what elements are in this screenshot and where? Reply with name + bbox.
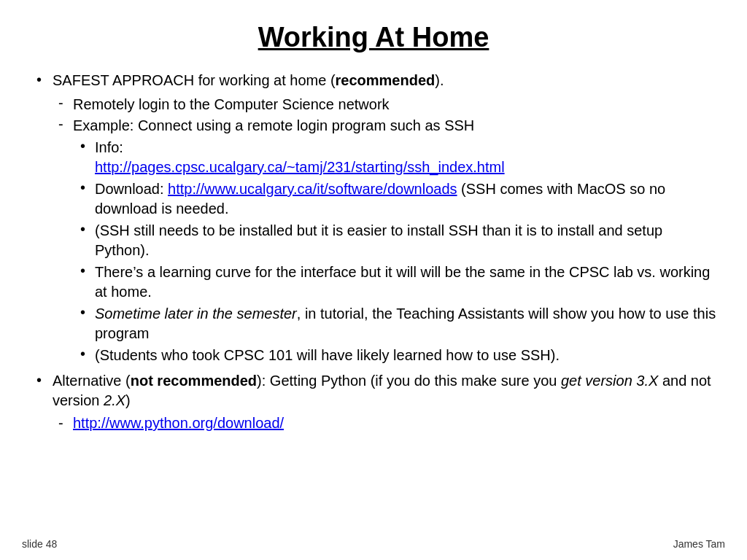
slide-footer-right: James Tam <box>673 538 725 550</box>
bullet-2-text: Alternative (not recommended): Getting P… <box>53 371 718 411</box>
sub-sub-item-2: • Download: http://www.ucalgary.ca/it/so… <box>36 179 718 219</box>
sub-sub-dot-6: • <box>80 346 95 362</box>
sub-dash-1: - <box>58 95 73 112</box>
slide-footer-left: slide 48 <box>22 538 57 550</box>
python-dash: - <box>58 415 73 432</box>
sub-item-2: - Example: Connect using a remote login … <box>36 116 718 136</box>
alt-end: ) <box>125 392 131 408</box>
sub-item-1: - Remotely login to the Computer Science… <box>36 95 718 114</box>
bullet-1-intro: SAFEST APPROACH for working at home ( <box>53 72 336 88</box>
bullet-1-intro-end: ). <box>435 72 444 88</box>
alt-mid: ): Getting Python (if you do this make s… <box>257 373 561 389</box>
content-area: • SAFEST APPROACH for working at home (r… <box>29 71 718 432</box>
ssh-info-link[interactable]: http://pages.cpsc.ucalgary.ca/~tamj/231/… <box>95 159 505 175</box>
not-recommended: not recommended <box>131 373 257 389</box>
slide-title: Working At Home <box>29 22 718 53</box>
bullet-1: • SAFEST APPROACH for working at home (r… <box>36 71 718 90</box>
sub-sub-dot-4: • <box>80 262 95 279</box>
sub-sub-item-3: • (SSH still needs to be installed but i… <box>36 221 718 260</box>
bullet-1-text: SAFEST APPROACH for working at home (rec… <box>53 71 718 90</box>
bullet-dot-1: • <box>36 71 53 88</box>
bullet-2: • Alternative (not recommended): Getting… <box>36 371 718 411</box>
sub-sub-item-3-text: (SSH still needs to be installed but it … <box>95 221 718 260</box>
alt-intro: Alternative ( <box>53 373 131 389</box>
bullet-dot-2: • <box>36 371 53 389</box>
sub-sub-item-6: • (Students who took CPSC 101 will have … <box>36 346 718 365</box>
sub-sub-item-1: • Info: http://pages.cpsc.ucalgary.ca/~t… <box>36 138 718 177</box>
slide-container: Working At Home • SAFEST APPROACH for wo… <box>0 0 747 560</box>
sub-item-1-text: Remotely login to the Computer Science n… <box>73 95 390 114</box>
sub-sub-item-2-text: Download: http://www.ucalgary.ca/it/soft… <box>95 179 718 219</box>
version-2x: 2.X <box>104 392 125 408</box>
sub-sub-dot-3: • <box>80 221 95 238</box>
sub-sub-dot-2: • <box>80 179 95 196</box>
sub-dash-2: - <box>58 116 73 133</box>
sometime-later-italic: Sometime later in the semester <box>95 306 297 322</box>
python-download-link[interactable]: http://www.python.org/download/ <box>73 415 284 432</box>
sub-sub-item-5: • Sometime later in the semester, in tut… <box>36 304 718 343</box>
download-label: Download: <box>95 181 168 197</box>
sub-sub-item-4: • There’s a learning curve for the inter… <box>36 262 718 302</box>
python-download-item: - http://www.python.org/download/ <box>36 415 718 432</box>
bullet-1-recommended: recommended <box>336 72 436 88</box>
info-label: Info: <box>95 139 123 155</box>
download-link[interactable]: http://www.ucalgary.ca/it/software/downl… <box>168 181 457 197</box>
sub-sub-dot-5: • <box>80 304 95 321</box>
sub-sub-dot-1: • <box>80 138 95 155</box>
sub-sub-item-5-text: Sometime later in the semester, in tutor… <box>95 304 718 343</box>
sub-sub-item-6-text: (Students who took CPSC 101 will have li… <box>95 346 560 365</box>
sub-item-2-text: Example: Connect using a remote login pr… <box>73 116 474 136</box>
sub-sub-item-1-text: Info: http://pages.cpsc.ucalgary.ca/~tam… <box>95 138 505 177</box>
sub-sub-item-4-text: There’s a learning curve for the interfa… <box>95 262 718 302</box>
version-3x: get version 3.X <box>561 373 658 389</box>
